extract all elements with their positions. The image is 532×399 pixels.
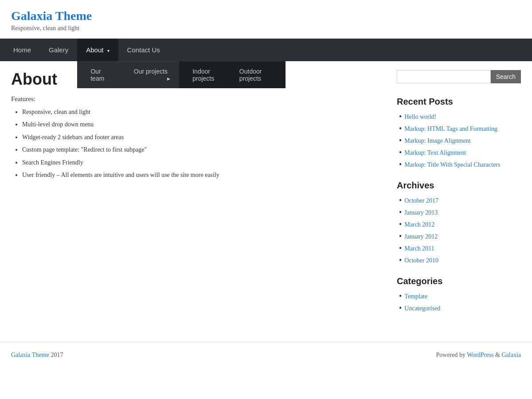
- search-input[interactable]: [397, 70, 491, 83]
- feature-item: Custom page template: "Redirect to first…: [22, 145, 383, 155]
- category-link[interactable]: Template: [404, 293, 427, 300]
- feature-item: User friendly – All elements are intuiti…: [22, 170, 383, 180]
- content-wrap: About Features: Responsive, clean and li…: [0, 61, 532, 333]
- nav-link-galery[interactable]: Galery: [40, 39, 77, 61]
- nav-link-about[interactable]: About ▾: [77, 39, 118, 61]
- feature-item: Responsive, clean and light: [22, 107, 383, 117]
- features-label: Features:: [11, 95, 383, 103]
- list-item: Hello world!: [399, 112, 521, 121]
- footer: Galaxia Theme 2017 Powered by WordPress …: [0, 342, 532, 368]
- recent-post-link[interactable]: Markup: HTML Tags and Formatting: [404, 125, 497, 133]
- projects-subdropdown: Indoor projects Outdoor projects: [179, 61, 286, 88]
- nav-link-home[interactable]: Home: [4, 39, 40, 61]
- footer-site-link[interactable]: Galaxia Theme: [11, 352, 49, 358]
- recent-post-link[interactable]: Markup: Image Alignment: [404, 137, 470, 145]
- site-header: Galaxia Theme Responsive, clean and ligh…: [0, 0, 532, 39]
- recent-posts-section: Recent Posts Hello world! Markup: HTML T…: [397, 97, 521, 169]
- list-item: Template: [399, 292, 521, 301]
- archive-link[interactable]: March 2011: [404, 245, 434, 252]
- categories-list: Template Uncategorised: [397, 292, 521, 313]
- list-item: October 2010: [399, 256, 521, 265]
- archive-link[interactable]: March 2012: [404, 221, 434, 228]
- archives-section: Archives October 2017 January 2013 March…: [397, 180, 521, 265]
- footer-ampersand: &: [494, 352, 502, 358]
- feature-list: Responsive, clean and light Multi-level …: [11, 107, 383, 180]
- site-title[interactable]: Galaxia Theme: [11, 9, 521, 23]
- footer-left: Galaxia Theme 2017: [11, 351, 63, 359]
- footer-year: 2017: [51, 352, 63, 358]
- dropdown-item-our-team[interactable]: Our team: [82, 61, 125, 88]
- feature-item: Search Engines Friendly: [22, 158, 383, 168]
- list-item: Markup: Title With Special Characters: [399, 160, 521, 169]
- sidebar: Search Recent Posts Hello world! Markup:…: [397, 70, 521, 324]
- list-item: Markup: HTML Tags and Formatting: [399, 124, 521, 133]
- archive-link[interactable]: January 2013: [404, 209, 438, 216]
- footer-right: Powered by WordPress & Galaxia: [436, 352, 521, 359]
- archive-link[interactable]: January 2012: [404, 233, 438, 240]
- recent-posts-list: Hello world! Markup: HTML Tags and Forma…: [397, 112, 521, 169]
- recent-posts-heading: Recent Posts: [397, 97, 521, 107]
- site-tagline: Responsive, clean and light: [11, 25, 521, 32]
- list-item: March 2012: [399, 220, 521, 229]
- recent-post-link[interactable]: Markup: Text Alignment: [404, 149, 466, 156]
- dropdown-arrow-about: ▾: [107, 48, 110, 53]
- feature-item: Multi-level drop down menu: [22, 120, 383, 129]
- galaxia-link[interactable]: Galaxia: [501, 352, 521, 358]
- list-item: January 2013: [399, 208, 521, 217]
- subdropdown-link-outdoor[interactable]: Outdoor projects: [231, 61, 281, 88]
- main-nav: Home Galery About ▾ Our team Our project…: [0, 39, 532, 61]
- nav-item-about[interactable]: About ▾ Our team Our projects ▸ Indoor p…: [77, 39, 118, 61]
- nav-item-home[interactable]: Home: [4, 39, 40, 61]
- nav-link-contact[interactable]: Contact Us: [118, 39, 169, 61]
- subdropdown-item-indoor[interactable]: Indoor projects: [184, 61, 231, 88]
- recent-post-link[interactable]: Hello world!: [404, 113, 436, 121]
- list-item: Markup: Image Alignment: [399, 136, 521, 145]
- archive-link[interactable]: October 2010: [404, 257, 438, 264]
- subdropdown-item-outdoor[interactable]: Outdoor projects: [231, 61, 281, 88]
- recent-post-link[interactable]: Markup: Title With Special Characters: [404, 161, 500, 168]
- list-item: October 2017: [399, 196, 521, 205]
- about-dropdown: Our team Our projects ▸ Indoor projects …: [77, 61, 184, 88]
- dropdown-link-our-projects[interactable]: Our projects ▸: [125, 61, 179, 81]
- archives-heading: Archives: [397, 180, 521, 191]
- search-box: Search: [397, 70, 521, 83]
- nav-item-contact[interactable]: Contact Us: [118, 39, 169, 61]
- wordpress-link[interactable]: WordPress: [467, 352, 493, 358]
- powered-by-text: Powered by: [436, 352, 467, 358]
- dropdown-item-our-projects[interactable]: Our projects ▸ Indoor projects Outdoor p…: [125, 61, 179, 88]
- list-item: March 2011: [399, 244, 521, 253]
- list-item: Markup: Text Alignment: [399, 148, 521, 157]
- dropdown-link-our-team[interactable]: Our team: [82, 61, 125, 88]
- main-content: About Features: Responsive, clean and li…: [11, 70, 383, 324]
- archives-list: October 2017 January 2013 March 2012 Jan…: [397, 196, 521, 265]
- search-button[interactable]: Search: [491, 70, 521, 83]
- category-link[interactable]: Uncategorised: [404, 305, 440, 312]
- subdropdown-arrow: ▸: [167, 75, 170, 82]
- list-item: January 2012: [399, 232, 521, 241]
- list-item: Uncategorised: [399, 304, 521, 313]
- archive-link[interactable]: October 2017: [404, 197, 438, 204]
- site-title-link[interactable]: Galaxia Theme: [11, 9, 92, 23]
- categories-heading: Categories: [397, 276, 521, 286]
- subdropdown-link-indoor[interactable]: Indoor projects: [184, 61, 231, 88]
- feature-item: Widget-ready 2 sidebars and footer areas: [22, 133, 383, 142]
- nav-item-galery[interactable]: Galery: [40, 39, 77, 61]
- categories-section: Categories Template Uncategorised: [397, 276, 521, 313]
